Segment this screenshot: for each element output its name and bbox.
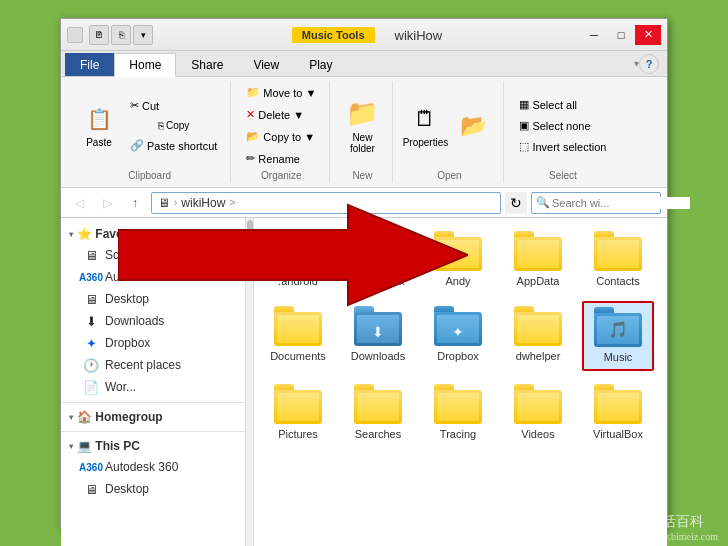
delete-button[interactable]: ✕ Delete ▼: [241, 105, 321, 124]
file-label-android: .android: [278, 274, 318, 288]
folder-icon-downloads: ⬇: [354, 306, 402, 346]
sidebar-item-desktop[interactable]: 🖥 Desktop: [61, 288, 245, 310]
file-item-downloads[interactable]: ⬇ Downloads: [342, 301, 414, 370]
back-button[interactable]: ◁: [67, 191, 91, 215]
shortcut-button[interactable]: 🔗 Paste shortcut: [125, 136, 222, 155]
cut-button[interactable]: ✂ Cut: [125, 96, 222, 115]
homegroup-section[interactable]: ▾ 🏠 Homegroup: [61, 407, 245, 427]
move-to-button[interactable]: 📁 Move to ▼: [241, 83, 321, 102]
file-label-andy: Andy: [445, 274, 470, 288]
copy-cut-col: ✂ Cut ⎘ Copy 🔗 Paste shortcut: [125, 96, 222, 155]
qat-btn-1[interactable]: 🖹: [89, 25, 109, 45]
select-none-button[interactable]: ▣ Select none: [514, 116, 611, 135]
paste-button[interactable]: 📋 Paste: [77, 98, 121, 153]
file-item-dropbox[interactable]: ✦ Dropbox: [422, 301, 494, 370]
new-label: New: [352, 168, 372, 181]
invert-label: Invert selection: [532, 141, 606, 153]
file-item-appdata[interactable]: AppData: [502, 226, 574, 293]
file-item-andy[interactable]: Andy: [422, 226, 494, 293]
ribbon: File Home Share View Play ▾ ? 📋 Paste: [61, 51, 667, 188]
file-label-contacts: Contacts: [596, 274, 639, 288]
ribbon-group-new: 📁 New folder New: [332, 81, 393, 183]
file-item-virtualbox[interactable]: .VirtualBox: [342, 226, 414, 293]
folder-icon-android: [274, 231, 322, 271]
search-box[interactable]: 🔍: [531, 192, 661, 214]
select-content: ▦ Select all ▣ Select none ⬚ Invert sele…: [514, 83, 611, 168]
copy-to-button[interactable]: 📂 Copy to ▼: [241, 127, 321, 146]
scrollbar-thumb: [247, 220, 253, 280]
file-label-videos: Videos: [521, 427, 554, 441]
cut-icon: ✂: [130, 99, 139, 112]
forward-button[interactable]: ▷: [95, 191, 119, 215]
path-wikihow: wikiHow: [181, 196, 225, 210]
sidebar-item-autodesk[interactable]: A360 Autodesk 360: [61, 266, 245, 288]
file-label-appdata: AppData: [517, 274, 560, 288]
sidebar: ▾ ⭐ Favorites 🖥 Screens A360 Autodesk 36…: [61, 218, 246, 546]
file-label-music: Music: [604, 350, 633, 364]
favorites-section[interactable]: ▾ ⭐ Favorites: [61, 224, 245, 244]
file-item-searches[interactable]: Searches: [342, 379, 414, 446]
file-item-documents[interactable]: Documents: [262, 301, 334, 370]
this-pc-section[interactable]: ▾ 💻 This PC: [61, 436, 245, 456]
help-button[interactable]: ?: [639, 54, 659, 74]
copy-to-label: Copy to ▼: [263, 131, 315, 143]
tab-play[interactable]: Play: [294, 53, 347, 76]
sidebar-item-autodesk2[interactable]: A360 Autodesk 360: [61, 456, 245, 478]
sidebar-item-dropbox[interactable]: ✦ Dropbox: [61, 332, 245, 354]
qat-btn-2[interactable]: ⎘: [111, 25, 131, 45]
sidebar-item-wor[interactable]: 📄 Wor...: [61, 376, 245, 398]
folder-icon-pictures: [274, 384, 322, 424]
file-item-android[interactable]: .android: [262, 226, 334, 293]
tab-home[interactable]: Home: [114, 53, 176, 77]
properties-icon: 🗒: [409, 103, 441, 135]
folder-icon-contacts: [594, 231, 642, 271]
title-bar: 🖹 ⎘ ▾ Music Tools wikiHow ─ □ ✕: [61, 19, 667, 51]
file-item-pictures[interactable]: Pictures: [262, 379, 334, 446]
select-all-button[interactable]: ▦ Select all: [514, 95, 611, 114]
file-item-music[interactable]: 🎵 Music: [582, 301, 654, 370]
sidebar-item-downloads[interactable]: ⬇ Downloads: [61, 310, 245, 332]
tab-share[interactable]: Share: [176, 53, 238, 76]
folder-icon-dwhelper: [514, 306, 562, 346]
new-content: 📁 New folder: [340, 83, 384, 168]
tab-view[interactable]: View: [238, 53, 294, 76]
invert-selection-button[interactable]: ⬚ Invert selection: [514, 137, 611, 156]
file-label-searches: Searches: [355, 427, 401, 441]
main-content: ▾ ⭐ Favorites 🖥 Screens A360 Autodesk 36…: [61, 218, 667, 546]
favorites-label: ⭐ Favorites: [77, 227, 149, 241]
paste-label: Paste: [86, 137, 112, 148]
rename-button[interactable]: ✏ Rename: [241, 149, 321, 168]
new-folder-button[interactable]: 📁 New folder: [340, 93, 384, 159]
select-all-label: Select all: [532, 99, 577, 111]
folder-icon-videos: [514, 384, 562, 424]
music-note-icon: 🎵: [608, 320, 628, 339]
sidebar-scrollbar[interactable]: [246, 218, 254, 546]
file-label-documents: Documents: [270, 349, 326, 363]
tab-file[interactable]: File: [65, 53, 114, 76]
copy-button[interactable]: ⎘ Copy: [125, 117, 222, 134]
file-item-dwhelper[interactable]: dwhelper: [502, 301, 574, 370]
qat-dropdown[interactable]: ▾: [133, 25, 153, 45]
sidebar-item-recent[interactable]: 🕐 Recent places: [61, 354, 245, 376]
search-input[interactable]: [552, 197, 690, 209]
minimize-button[interactable]: ─: [581, 25, 607, 45]
folder-icon-virtualbox: [354, 231, 402, 271]
sidebar-item-screens[interactable]: 🖥 Screens: [61, 244, 245, 266]
file-item-tracing[interactable]: Tracing: [422, 379, 494, 446]
sidebar-item-desktop2[interactable]: 🖥 Desktop: [61, 478, 245, 500]
file-item-virtualboxf[interactable]: VirtualBox: [582, 379, 654, 446]
properties-label: Properties: [403, 137, 449, 148]
close-button[interactable]: ✕: [635, 25, 661, 45]
watermark: 生活百科 www.bimeiz.com: [648, 513, 718, 542]
refresh-button[interactable]: ↻: [505, 192, 527, 214]
dropbox-icon: ✦: [83, 335, 99, 351]
open-extra-button[interactable]: 📂: [451, 100, 495, 152]
properties-button[interactable]: 🗒 Properties: [403, 98, 447, 153]
file-item-contacts[interactable]: Contacts: [582, 226, 654, 293]
up-button[interactable]: ↑: [123, 191, 147, 215]
maximize-button[interactable]: □: [608, 25, 634, 45]
file-item-videos[interactable]: Videos: [502, 379, 574, 446]
file-label-dwhelper: dwhelper: [516, 349, 561, 363]
move-icon: 📁: [246, 86, 260, 99]
address-path[interactable]: 🖥 › wikiHow >: [151, 192, 501, 214]
